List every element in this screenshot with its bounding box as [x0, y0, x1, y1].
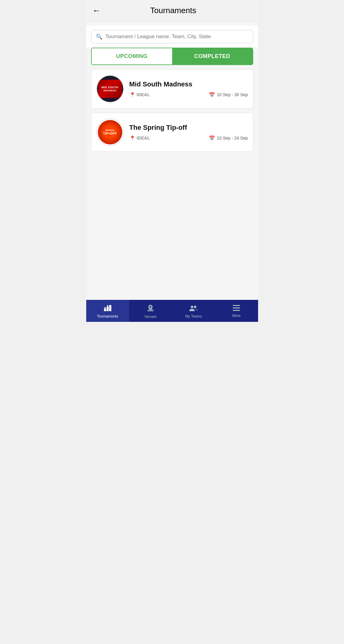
cards-container: MID SOUTH MADNESS Mid South Madness 📍 ID…: [86, 69, 258, 152]
more-nav-label: More: [232, 314, 241, 318]
tournament-name-2: The Spring Tip-off: [129, 124, 248, 132]
tournament-name-1: Mid South Madness: [129, 80, 248, 88]
tournament-card-2[interactable]: SPRING TIP•OFF The Spring Tip-off 📍 IDEA…: [91, 113, 253, 152]
sto-text2: TIP•OFF: [103, 132, 117, 136]
tournament-meta-2: 📍 IDEAL 📅 10 Sep - 24 Sep: [129, 135, 248, 141]
svg-rect-13: [233, 310, 240, 311]
nav-item-tournaments[interactable]: Tournaments: [86, 300, 129, 322]
tournament-location-2: 📍 IDEAL: [129, 135, 150, 141]
svg-rect-6: [107, 307, 109, 309]
msm-text2: MADNESS: [103, 89, 116, 92]
svg-rect-12: [233, 307, 240, 308]
tournament-logo-1: MID SOUTH MADNESS: [96, 75, 124, 103]
main-content: 🔍 UPCOMING COMPLETED MID SOUTH MADNESS M…: [86, 21, 258, 300]
my-teams-nav-icon: [189, 304, 198, 313]
back-button[interactable]: ←: [92, 6, 104, 15]
search-input[interactable]: [105, 34, 249, 40]
svg-point-4: [107, 305, 108, 307]
search-icon: 🔍: [96, 33, 102, 40]
tournament-card-1[interactable]: MID SOUTH MADNESS Mid South Madness 📍 ID…: [91, 69, 253, 108]
tournament-date-2: 📅 10 Sep - 24 Sep: [209, 135, 248, 141]
tab-upcoming[interactable]: UPCOMING: [92, 48, 172, 64]
location-icon-2: 📍: [129, 135, 135, 141]
date-text-1: 10 Sep - 30 Sep: [217, 92, 248, 97]
calendar-icon-2: 📅: [209, 135, 215, 141]
search-bar: 🔍: [91, 30, 253, 43]
msm-text1: MID SOUTH: [102, 86, 118, 89]
tournament-meta-1: 📍 IDEAL 📅 10 Sep - 30 Sep: [129, 92, 248, 98]
svg-point-3: [104, 307, 106, 309]
svg-point-9: [191, 306, 193, 308]
nav-item-my-teams[interactable]: My Teams: [172, 300, 215, 322]
search-container: 🔍: [86, 26, 258, 48]
svg-rect-0: [104, 309, 106, 311]
tabs-container: UPCOMING COMPLETED: [91, 48, 253, 65]
location-icon-1: 📍: [129, 92, 135, 98]
tab-completed[interactable]: COMPLETED: [172, 48, 253, 64]
msm-logo-inner: MID SOUTH MADNESS: [98, 80, 122, 98]
header: ← Tournaments: [86, 0, 258, 21]
bottom-nav: Tournaments Venues My Teams: [86, 300, 258, 322]
svg-rect-11: [233, 305, 240, 306]
location-text-2: IDEAL: [137, 136, 150, 140]
svg-point-10: [194, 306, 196, 308]
tournament-location-1: 📍 IDEAL: [129, 92, 150, 98]
svg-rect-8: [151, 309, 154, 311]
sto-text1: SPRING: [105, 129, 115, 132]
calendar-icon-1: 📅: [209, 92, 215, 98]
more-nav-icon: [233, 305, 240, 312]
page-title: Tournaments: [104, 6, 243, 15]
venues-nav-icon: [146, 304, 154, 313]
tournaments-nav-icon: [103, 304, 112, 313]
msm-logo: MID SOUTH MADNESS: [97, 75, 123, 103]
tournament-info-1: Mid South Madness 📍 IDEAL 📅 10 Sep - 30 …: [129, 80, 248, 98]
nav-item-venues[interactable]: Venues: [129, 300, 172, 322]
tournament-logo-2: SPRING TIP•OFF: [96, 118, 124, 146]
tournament-date-1: 📅 10 Sep - 30 Sep: [209, 92, 248, 98]
venues-nav-label: Venues: [144, 315, 157, 319]
nav-item-more[interactable]: More: [215, 300, 258, 322]
tournament-info-2: The Spring Tip-off 📍 IDEAL 📅 10 Sep - 24…: [129, 124, 248, 141]
date-text-2: 10 Sep - 24 Sep: [217, 136, 248, 140]
my-teams-nav-label: My Teams: [185, 314, 202, 318]
sto-logo: SPRING TIP•OFF: [97, 118, 123, 146]
sto-logo-inner: SPRING TIP•OFF: [98, 120, 122, 144]
location-text-1: IDEAL: [137, 92, 150, 97]
svg-rect-7: [147, 310, 150, 311]
tournaments-nav-label: Tournaments: [97, 314, 118, 318]
